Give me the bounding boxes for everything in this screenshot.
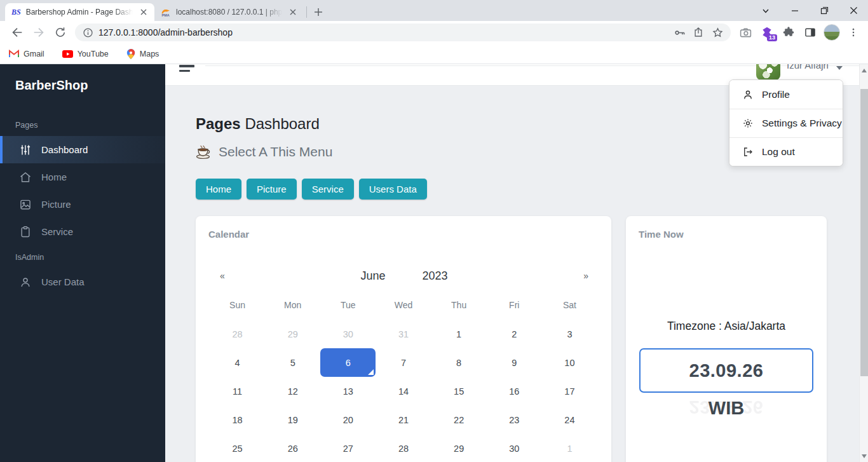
calendar-weekday: Sat xyxy=(542,298,597,312)
user-avatar[interactable] xyxy=(756,64,780,80)
calendar-day[interactable]: 26 xyxy=(265,434,320,462)
page-scrollbar[interactable] xyxy=(859,64,868,462)
scroll-up-arrow-icon[interactable] xyxy=(862,69,867,72)
browser-tab-phpmyadmin[interactable]: PMA localhost:8080 / 127.0.0.1 | phpM xyxy=(154,3,304,21)
gmail-icon xyxy=(9,50,19,58)
new-tab-button[interactable] xyxy=(309,3,327,21)
menu-item-logout[interactable]: Log out xyxy=(729,137,843,166)
bookmark-youtube[interactable]: YouTube xyxy=(62,50,109,58)
browser-menu-dots-icon[interactable] xyxy=(843,22,864,43)
calendar-day[interactable]: 30 xyxy=(487,434,542,462)
screenshot-camera-icon[interactable] xyxy=(735,22,756,43)
home-button[interactable]: Home xyxy=(196,179,241,200)
bookmark-star-icon[interactable] xyxy=(708,24,727,41)
sidebar-item-user-data[interactable]: User Data xyxy=(0,268,165,296)
calendar-day-selected[interactable]: 6 xyxy=(320,348,376,377)
calendar-day[interactable]: 8 xyxy=(431,348,487,377)
sidebar-item-home[interactable]: Home xyxy=(0,163,165,191)
forward-button[interactable] xyxy=(28,22,50,43)
calendar-card: Calendar « June 2023 » SunMonTueWedThuFr… xyxy=(196,216,611,462)
bookmark-gmail[interactable]: Gmail xyxy=(9,50,44,58)
brand-title: BarberShop xyxy=(15,78,165,93)
home-icon xyxy=(19,171,32,184)
calendar-day[interactable]: 22 xyxy=(431,405,487,434)
url-text[interactable]: 127.0.0.1:8000/admin-barbershop xyxy=(98,27,670,37)
calendar-day[interactable]: 29 xyxy=(265,320,320,348)
sidebar-item-dashboard[interactable]: Dashboard xyxy=(0,136,165,163)
service-button[interactable]: Service xyxy=(302,179,354,200)
calendar-day[interactable]: 14 xyxy=(376,377,431,405)
calendar-day[interactable]: 1 xyxy=(542,434,597,462)
calendar-weekday-row: SunMonTueWedThuFriSat xyxy=(196,298,611,312)
calendar-day[interactable]: 31 xyxy=(376,320,431,348)
calendar-day[interactable]: 13 xyxy=(320,377,376,405)
user-caret-down-icon[interactable] xyxy=(836,66,843,70)
calendar-day[interactable]: 19 xyxy=(265,405,320,434)
calendar-prev-button[interactable]: « xyxy=(220,271,225,281)
sidebar-item-picture[interactable]: Picture xyxy=(0,191,165,218)
tab-search-chevron-icon[interactable] xyxy=(751,0,780,21)
sidebar-item-service[interactable]: Service xyxy=(0,218,165,245)
calendar-day[interactable]: 21 xyxy=(376,405,431,434)
calendar-day[interactable]: 20 xyxy=(320,405,376,434)
calendar-day[interactable]: 3 xyxy=(542,320,597,348)
window-close-button[interactable] xyxy=(839,0,868,21)
sidebar-section-pages: Pages xyxy=(15,121,165,130)
calendar-day[interactable]: 28 xyxy=(376,434,431,462)
scrollbar-thumb[interactable] xyxy=(860,89,868,376)
sliders-icon xyxy=(19,144,32,156)
window-restore-button[interactable] xyxy=(810,0,839,21)
scroll-down-arrow-icon[interactable] xyxy=(862,454,867,458)
reload-button[interactable] xyxy=(50,22,71,43)
menu-item-settings-privacy[interactable]: Settings & Privacy xyxy=(729,109,843,137)
calendar-day[interactable]: 17 xyxy=(542,377,597,405)
coffee-cup-icon xyxy=(196,144,212,160)
tab-separator xyxy=(306,6,307,18)
calendar-day[interactable]: 15 xyxy=(431,377,487,405)
extension-purple-icon[interactable]: 13 xyxy=(756,22,778,43)
calendar-next-button[interactable]: » xyxy=(583,271,588,281)
calendar-day[interactable]: 30 xyxy=(320,320,376,348)
browser-tab-active[interactable]: BS Barbershop Admin - Page Dashb xyxy=(5,3,154,21)
calendar-day[interactable]: 10 xyxy=(542,348,597,377)
password-key-icon[interactable] xyxy=(670,24,689,41)
picture-button[interactable]: Picture xyxy=(247,179,297,200)
calendar-day[interactable]: 16 xyxy=(487,377,542,405)
clock-display: 23.09.26 xyxy=(639,348,813,393)
calendar-day[interactable]: 29 xyxy=(431,434,487,462)
calendar-day[interactable]: 12 xyxy=(265,377,320,405)
calendar-day[interactable]: 1 xyxy=(431,320,487,348)
bookmark-maps[interactable]: Maps xyxy=(126,49,159,59)
calendar-day[interactable]: 11 xyxy=(210,377,265,405)
window-minimize-button[interactable] xyxy=(780,0,810,21)
users-data-button[interactable]: Users Data xyxy=(359,179,427,200)
calendar-day[interactable]: 28 xyxy=(210,320,265,348)
side-panel-icon[interactable] xyxy=(799,22,821,43)
back-button[interactable] xyxy=(6,22,28,43)
calendar-day[interactable]: 18 xyxy=(210,405,265,434)
menu-item-profile[interactable]: Profile xyxy=(729,80,843,109)
calendar-day[interactable]: 24 xyxy=(542,405,597,434)
calendar-day[interactable]: 25 xyxy=(210,434,265,462)
user-name[interactable]: Izur Alfajri xyxy=(787,64,829,71)
tab-close-icon[interactable] xyxy=(138,6,149,18)
calendar-year[interactable]: 2023 xyxy=(423,269,448,283)
calendar-day[interactable]: 2 xyxy=(487,320,542,348)
calendar-day[interactable]: 9 xyxy=(487,348,542,377)
calendar-day[interactable]: 4 xyxy=(210,348,265,377)
calendar-month[interactable]: June xyxy=(360,269,385,283)
browser-toolbar: 127.0.0.1:8000/admin-barbershop 13 xyxy=(0,21,868,44)
calendar-day[interactable]: 27 xyxy=(320,434,376,462)
address-bar[interactable]: 127.0.0.1:8000/admin-barbershop xyxy=(75,24,731,41)
calendar-day[interactable]: 5 xyxy=(265,348,320,377)
sidebar-item-label: Picture xyxy=(41,199,71,210)
extensions-puzzle-icon[interactable] xyxy=(778,22,799,43)
hamburger-menu-icon[interactable] xyxy=(179,65,194,72)
tab-close-icon[interactable] xyxy=(287,6,299,18)
profile-avatar[interactable] xyxy=(821,22,843,43)
share-icon[interactable] xyxy=(689,24,708,41)
calendar-day[interactable]: 23 xyxy=(487,405,542,434)
page-info-icon[interactable] xyxy=(83,27,93,38)
calendar-weekday: Fri xyxy=(487,298,542,312)
calendar-day[interactable]: 7 xyxy=(376,348,431,377)
